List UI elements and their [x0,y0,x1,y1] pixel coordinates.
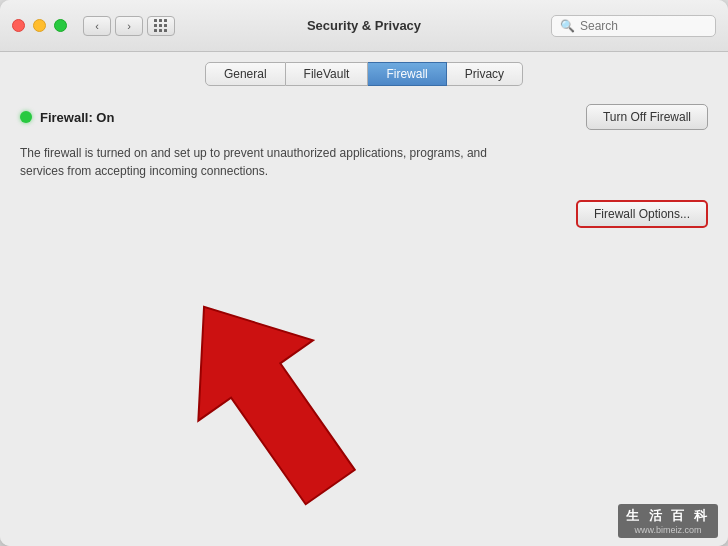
tab-firewall[interactable]: Firewall [368,62,446,86]
search-icon: 🔍 [560,19,575,33]
grid-icon [154,19,168,33]
tabs-bar: General FileVault Firewall Privacy [0,52,728,86]
search-input[interactable] [580,19,707,33]
status-dot [20,111,32,123]
grid-button[interactable] [147,16,175,36]
svg-marker-0 [147,276,388,526]
watermark: 生 活 百 科 www.bimeiz.com [618,504,718,538]
tab-general[interactable]: General [205,62,286,86]
firewall-status-text: Firewall: On [40,110,114,125]
titlebar: ‹ › Security & Privacy 🔍 [0,0,728,52]
watermark-cn-text: 生 活 百 科 [626,507,710,525]
search-box[interactable]: 🔍 [551,15,716,37]
firewall-status-row: Firewall: On Turn Off Firewall [20,104,708,130]
main-window: ‹ › Security & Privacy 🔍 General FileVau… [0,0,728,546]
nav-buttons: ‹ › [83,16,143,36]
maximize-button[interactable] [54,19,67,32]
firewall-options-button[interactable]: Firewall Options... [576,200,708,228]
close-button[interactable] [12,19,25,32]
back-button[interactable]: ‹ [83,16,111,36]
forward-button[interactable]: › [115,16,143,36]
watermark-url: www.bimeiz.com [635,525,702,535]
turn-off-firewall-button[interactable]: Turn Off Firewall [586,104,708,130]
content-area: Firewall: On Turn Off Firewall The firew… [0,86,728,546]
status-left: Firewall: On [20,110,114,125]
minimize-button[interactable] [33,19,46,32]
window-title: Security & Privacy [307,18,421,33]
tab-filevault[interactable]: FileVault [286,62,369,86]
tab-privacy[interactable]: Privacy [447,62,523,86]
firewall-options-row: Firewall Options... [20,200,708,228]
firewall-description: The firewall is turned on and set up to … [20,144,500,180]
traffic-lights [12,19,67,32]
arrow-annotation [80,276,460,526]
